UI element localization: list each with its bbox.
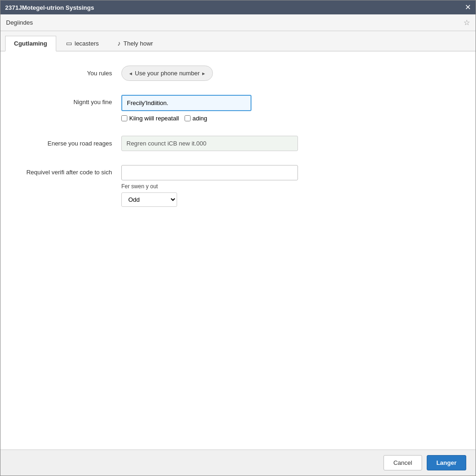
main-window: 2371JMotegel-utrion Systsings ✕ Degiinde…: [0, 0, 476, 476]
verifi-label: Requivel verifi after code to sich: [19, 165, 121, 176]
cancel-button[interactable]: Cancel: [383, 455, 422, 470]
form-row-rules: You rules ◂ Use your phone number ▸: [19, 66, 457, 81]
checkbox-ading[interactable]: [185, 115, 191, 121]
phone-number-text: Use your phone number: [135, 70, 199, 77]
footer: Cancel Langer: [0, 450, 476, 476]
fine-input[interactable]: [121, 95, 251, 111]
checkbox-item-2: ading: [185, 115, 207, 122]
primary-button[interactable]: Langer: [427, 455, 466, 470]
arrow-right-icon: ▸: [202, 70, 205, 77]
reages-label: Enerse you road reages: [19, 140, 121, 147]
star-icon[interactable]: ☆: [463, 18, 470, 27]
tab-lecasters-icon: ▭: [66, 40, 72, 47]
tab-cgutlaming[interactable]: Cgutlaming: [5, 36, 56, 52]
arrow-left-icon: ◂: [129, 70, 132, 77]
tab-thely-howr[interactable]: ♪ Thely howr: [109, 35, 162, 51]
content-area: You rules ◂ Use your phone number ▸ Nign…: [0, 52, 476, 450]
window-title: 2371JMotegel-utrion Systsings: [5, 4, 94, 11]
checkbox-group: Kiing wiill repeatall ading: [121, 115, 251, 122]
fine-label: Nigntt you fine: [19, 95, 121, 106]
tab-thely-icon: ♪: [118, 40, 121, 47]
form-row-verifi: Requivel verifi after code to sich Fer s…: [19, 165, 457, 207]
tab-cgutlaming-label: Cgutlaming: [14, 40, 47, 47]
verifi-input[interactable]: [121, 165, 298, 180]
checkbox-repeat[interactable]: [121, 115, 127, 121]
close-button[interactable]: ✕: [465, 4, 471, 11]
form-row-reages: Enerse you road reages: [19, 136, 457, 151]
title-bar: 2371JMotegel-utrion Systsings ✕: [0, 0, 476, 14]
tab-bar: Cgutlaming ▭ lecasters ♪ Thely howr: [0, 31, 476, 52]
dropdown-helper-label: Fer swen y out: [121, 183, 298, 190]
dropdown-select[interactable]: Odd Even All: [121, 192, 177, 207]
reages-input[interactable]: [121, 136, 298, 151]
menu-title: Degiindes: [6, 19, 33, 26]
form-row-fine: Nigntt you fine Kiing wiill repeatall ad…: [19, 95, 457, 122]
tab-lecasters-label: lecasters: [75, 40, 99, 47]
verifi-group: Fer swen y out Odd Even All: [121, 165, 298, 207]
tab-lecasters[interactable]: ▭ lecasters: [57, 35, 108, 51]
rules-label: You rules: [19, 70, 121, 77]
checkbox-ading-label: ading: [192, 115, 207, 122]
checkbox-item-1: Kiing wiill repeatall: [121, 115, 179, 122]
tab-thely-label: Thely howr: [124, 40, 153, 47]
checkbox-repeat-label: Kiing wiill repeatall: [129, 115, 179, 122]
phone-number-button[interactable]: ◂ Use your phone number ▸: [121, 66, 213, 81]
menu-bar: Degiindes ☆: [0, 14, 476, 31]
fine-input-group: Kiing wiill repeatall ading: [121, 95, 251, 122]
